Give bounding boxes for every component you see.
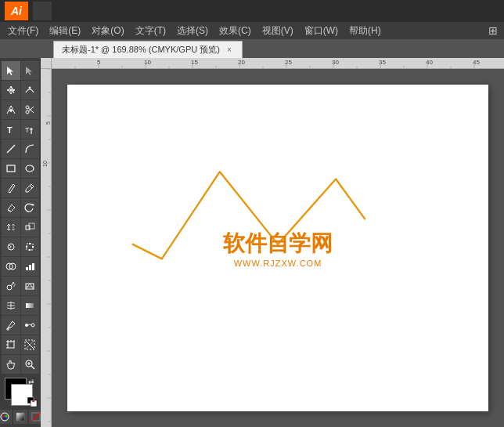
menu-window[interactable]: 窗口(W) xyxy=(300,23,343,39)
column-graph-tool[interactable] xyxy=(21,257,40,276)
svg-point-40 xyxy=(25,324,28,327)
menu-view[interactable]: 视图(V) xyxy=(257,23,298,39)
svg-rect-62 xyxy=(16,413,24,421)
color-section: ⇄ xyxy=(2,375,39,427)
zoom-tool[interactable] xyxy=(21,355,40,374)
tool-row-anchor xyxy=(2,100,39,119)
mesh-tool[interactable] xyxy=(2,296,20,315)
svg-rect-12 xyxy=(7,165,15,172)
svg-line-35 xyxy=(30,284,34,289)
svg-rect-33 xyxy=(26,284,34,289)
pencil-tool[interactable] xyxy=(21,179,40,197)
menu-effect[interactable]: 效果(C) xyxy=(214,23,256,39)
svg-point-30 xyxy=(13,282,14,284)
menu-text[interactable]: 文字(T) xyxy=(131,23,171,39)
eraser-tool[interactable] xyxy=(2,198,20,217)
artboard-tool[interactable] xyxy=(2,335,20,354)
free-transform-tool[interactable] xyxy=(21,237,40,256)
tool-row-paint xyxy=(2,179,39,197)
workspace-switcher-icon[interactable]: ⊞ xyxy=(485,23,501,38)
svg-rect-23 xyxy=(32,246,34,248)
blend-tool[interactable] xyxy=(21,316,40,335)
tool-row-symbol xyxy=(2,277,39,295)
scale-tool[interactable] xyxy=(21,218,40,237)
svg-line-14 xyxy=(30,186,32,188)
touch-type-tool[interactable]: T xyxy=(21,120,40,139)
tool-row-mesh xyxy=(2,296,39,315)
menu-object[interactable]: 对象(O) xyxy=(87,23,128,39)
svg-rect-20 xyxy=(29,243,31,244)
tool-row-type: T T xyxy=(2,120,39,139)
paintbrush-tool[interactable] xyxy=(2,179,20,197)
tab-title: 未标题-1* @ 169.88% (CMYK/GPU 预览) xyxy=(62,44,220,56)
svg-text:25: 25 xyxy=(285,59,292,66)
artboard[interactable]: 软件自学网 WWW.RJZXW.COM xyxy=(67,85,488,411)
type-tool[interactable]: T xyxy=(2,120,20,139)
tool-row-shape xyxy=(2,159,39,178)
tool-row-slice xyxy=(2,335,39,354)
menu-file[interactable]: 文件(F) xyxy=(3,23,43,39)
svg-point-41 xyxy=(31,324,34,327)
direct-selection-tool[interactable] xyxy=(21,61,40,80)
tool-row-reflect xyxy=(2,218,39,237)
add-anchor-tool[interactable] xyxy=(2,100,20,119)
menu-select[interactable]: 选择(S) xyxy=(172,23,213,39)
svg-text:10: 10 xyxy=(144,59,151,66)
title-bar: Ai xyxy=(0,0,504,22)
main-area: T T xyxy=(0,58,504,427)
pen-tool[interactable] xyxy=(2,81,20,100)
svg-point-32 xyxy=(13,285,14,286)
svg-rect-39 xyxy=(26,303,34,308)
menu-bar: 文件(F) 编辑(E) 对象(O) 文字(T) 选择(S) 效果(C) 视图(V… xyxy=(0,22,504,39)
reflect-tool[interactable] xyxy=(2,218,20,237)
svg-rect-21 xyxy=(29,249,31,251)
rectangle-tool[interactable] xyxy=(2,159,20,178)
selection-tool[interactable] xyxy=(2,61,20,80)
scissors-tool[interactable] xyxy=(21,100,40,119)
svg-text:15: 15 xyxy=(191,59,198,66)
tool-row-hand xyxy=(2,355,39,374)
horizontal-ruler: 5 10 15 20 25 30 xyxy=(52,58,504,69)
title-spacer xyxy=(33,2,52,20)
svg-text:40: 40 xyxy=(426,59,433,66)
slice-tool[interactable] xyxy=(21,335,40,354)
svg-rect-42 xyxy=(8,342,14,348)
svg-point-31 xyxy=(14,284,15,284)
tab-close-button[interactable]: × xyxy=(225,45,234,55)
arc-tool[interactable] xyxy=(21,139,40,158)
svg-rect-19 xyxy=(27,244,33,250)
toolbar: T T xyxy=(0,58,41,427)
warp-tool[interactable] xyxy=(2,237,20,256)
ellipse-tool[interactable] xyxy=(21,159,40,178)
symbol-sprayer-tool[interactable] xyxy=(2,277,20,295)
gradient-tool[interactable] xyxy=(21,296,40,315)
menu-edit[interactable]: 编辑(E) xyxy=(45,23,85,39)
hand-tool[interactable] xyxy=(2,355,20,374)
document-tab[interactable]: 未标题-1* @ 169.88% (CMYK/GPU 预览) × xyxy=(53,41,243,58)
color-icon[interactable] xyxy=(0,410,12,424)
app-logo: Ai xyxy=(5,2,28,20)
svg-rect-26 xyxy=(26,267,28,270)
tool-row-pen xyxy=(2,81,39,100)
rotate-tool[interactable] xyxy=(21,198,40,217)
perspective-grid-tool[interactable] xyxy=(21,277,40,295)
color-mode-row xyxy=(0,410,43,424)
eyedropper-tool[interactable] xyxy=(2,316,20,335)
line-tool[interactable] xyxy=(2,139,20,158)
vertical-ruler: 5 10 xyxy=(41,69,52,427)
reset-colors-icon[interactable] xyxy=(27,396,38,407)
svg-line-11 xyxy=(7,145,15,153)
svg-text:T: T xyxy=(25,126,30,134)
canvas-wrapper: 软件自学网 WWW.RJZXW.COM xyxy=(52,69,504,427)
svg-text:5: 5 xyxy=(97,59,101,66)
gradient-swatch-icon[interactable] xyxy=(13,410,27,424)
canvas-area[interactable]: 5 10 15 20 25 30 xyxy=(41,58,504,427)
curvature-tool[interactable] xyxy=(21,81,40,100)
color-swatches: ⇄ xyxy=(3,378,38,407)
menu-help[interactable]: 帮助(H) xyxy=(344,23,386,39)
shape-builder-tool[interactable] xyxy=(2,257,20,276)
svg-point-60 xyxy=(5,415,8,418)
tool-row-selection xyxy=(2,61,39,80)
svg-rect-28 xyxy=(32,263,34,270)
svg-point-13 xyxy=(26,165,34,172)
